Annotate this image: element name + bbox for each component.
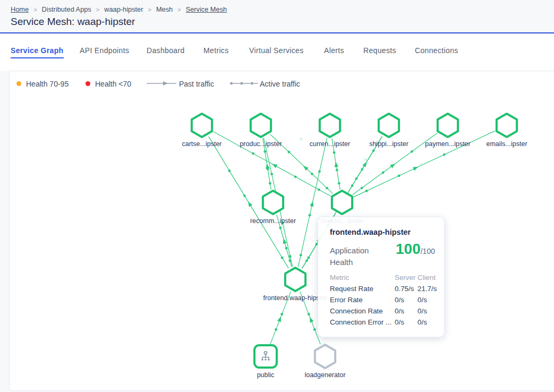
svg-text:emails...ipster: emails...ipster xyxy=(486,140,527,148)
svg-text:cartse...ipster: cartse...ipster xyxy=(182,140,221,148)
svg-text:paymen...ipster: paymen...ipster xyxy=(425,140,470,148)
svg-text:produc...ipster: produc...ipster xyxy=(240,140,282,148)
svg-text:public: public xyxy=(257,371,275,379)
svg-text:curren...ipster: curren...ipster xyxy=(310,140,350,148)
svg-text:loadgenerator: loadgenerator xyxy=(304,371,345,379)
svg-text:recomm...ipster: recomm...ipster xyxy=(250,217,296,225)
svg-text:shippi...ipster: shippi...ipster xyxy=(369,140,408,148)
